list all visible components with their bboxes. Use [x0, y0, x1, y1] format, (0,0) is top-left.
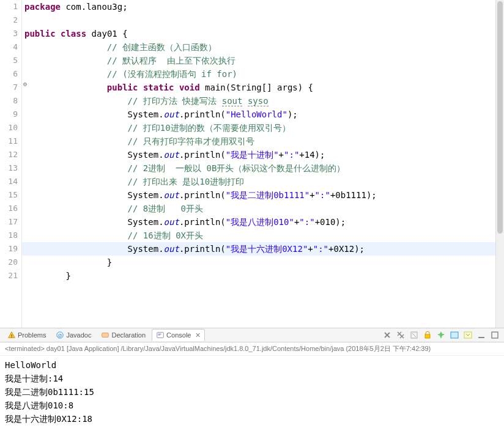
code-line: // 创建主函数（入口函数）: [22, 40, 495, 54]
line-number: 6: [0, 67, 18, 81]
tab-javadoc[interactable]: @ Javadoc: [52, 330, 95, 341]
line-number: 21: [0, 269, 18, 282]
scroll-lock-button[interactable]: [422, 330, 433, 341]
open-console-button[interactable]: [462, 330, 473, 341]
bottom-panel-tabs: ! Problems @ Javadoc Declaration Console…: [0, 328, 504, 342]
code-line: [22, 13, 495, 27]
code-line: }: [22, 269, 495, 282]
line-number: 5: [0, 54, 18, 67]
line-number: 14: [0, 175, 18, 188]
console-output[interactable]: HelloWorld 我是十进制:14 我是二进制0b1111:15 我是八进制…: [0, 356, 504, 428]
tab-label: Declaration: [111, 331, 146, 339]
code-line: // 2进制 一般以 0B开头（标识这个数是什么进制的）: [22, 161, 495, 175]
remove-launch-button[interactable]: [382, 330, 393, 341]
scrollbar-thumb[interactable]: [497, 1, 503, 234]
svg-text:@: @: [57, 333, 62, 338]
svg-rect-4: [102, 333, 109, 338]
warning-icon: !: [7, 331, 16, 339]
code-line: // 默认程序 由上至下依次执行: [22, 54, 495, 67]
svg-line-15: [412, 333, 416, 337]
code-line: System.out.println("我是八进制010"+":"+010);: [22, 215, 495, 229]
line-number: 7: [0, 81, 18, 94]
code-line: // 打印出来 是以10进制打印: [22, 175, 495, 188]
line-number: 18: [0, 229, 18, 242]
tab-label: Console: [166, 331, 191, 339]
code-line: }: [22, 256, 495, 269]
line-number: 10: [0, 121, 18, 135]
line-number: 20: [0, 256, 18, 269]
console-line: 我是二进制0b1111:15: [5, 385, 499, 399]
tab-label: Problems: [18, 331, 46, 339]
tab-label: Javadoc: [66, 331, 91, 339]
minimize-button[interactable]: [476, 330, 487, 341]
line-number: 2: [0, 13, 18, 27]
close-icon[interactable]: ✕: [195, 331, 201, 339]
pin-console-button[interactable]: [435, 330, 447, 341]
console-line: 我是十进制:14: [5, 372, 499, 385]
display-selected-button[interactable]: [449, 330, 460, 341]
tab-problems[interactable]: ! Problems: [4, 330, 50, 341]
clear-console-button[interactable]: [409, 330, 420, 341]
maximize-button[interactable]: [489, 330, 500, 341]
line-number: 16: [0, 202, 18, 215]
line-number: 1: [0, 0, 18, 13]
svg-rect-17: [451, 332, 458, 338]
svg-rect-20: [492, 332, 498, 338]
vertical-scrollbar[interactable]: [495, 0, 504, 328]
tab-declaration[interactable]: Declaration: [97, 330, 149, 341]
tab-console[interactable]: Console ✕: [152, 329, 205, 341]
line-number: 19: [0, 242, 18, 256]
line-number: 4: [0, 40, 18, 54]
code-line: public class day01 {: [22, 27, 495, 40]
code-line: package com.lanou3g;: [22, 0, 495, 13]
svg-rect-18: [464, 332, 472, 338]
console-line: 我是十六进制0X12:18: [5, 412, 499, 426]
svg-rect-16: [425, 334, 430, 338]
code-line: System.out.println("我是二进制0b1111"+":"+0b1…: [22, 188, 495, 202]
remove-all-button[interactable]: [395, 330, 406, 341]
code-line: // 8进制 0开头: [22, 202, 495, 215]
line-number: 8: [0, 94, 18, 108]
console-status-line: <terminated> day01 [Java Application] /L…: [0, 342, 504, 356]
code-line: // 16进制 0X开头: [22, 229, 495, 242]
code-line: System.out.println("我是十进制"+":"+14);: [22, 148, 495, 161]
code-line-current: System.out.println("我是十六进制0X12"+":"+0X12…: [22, 242, 495, 256]
code-line: System.out.println("HelloWorld");: [22, 108, 495, 121]
at-icon: @: [56, 331, 64, 339]
console-line: 我是八进制010:8: [5, 399, 499, 412]
line-number: 12: [0, 148, 18, 161]
line-number: 3: [0, 27, 18, 40]
code-line: public static void main(String[] args) {: [22, 81, 495, 94]
code-line: // 打印方法 快捷写法 sout syso: [22, 94, 495, 108]
code-line: // (没有流程控制语句 if for): [22, 67, 495, 81]
line-number: 17: [0, 215, 18, 229]
code-editor-area[interactable]: 1 2 3 4 5 6 7 8 9 10 11 12 13 14 15 16 1…: [0, 0, 504, 328]
line-number: 11: [0, 135, 18, 148]
declaration-icon: [101, 331, 109, 339]
code-content[interactable]: package com.lanou3g; public class day01 …: [22, 0, 495, 328]
line-number: 9: [0, 108, 18, 121]
code-line: // 打印10进制的数（不需要使用双引号）: [22, 121, 495, 135]
code-line: // 只有打印字符串才使用双引号: [22, 135, 495, 148]
line-number-gutter: 1 2 3 4 5 6 7 8 9 10 11 12 13 14 15 16 1…: [0, 0, 22, 328]
line-number: 15: [0, 188, 18, 202]
console-icon: [156, 331, 165, 339]
line-number: 13: [0, 161, 18, 175]
console-line: HelloWorld: [5, 358, 499, 372]
svg-text:!: !: [11, 333, 12, 339]
